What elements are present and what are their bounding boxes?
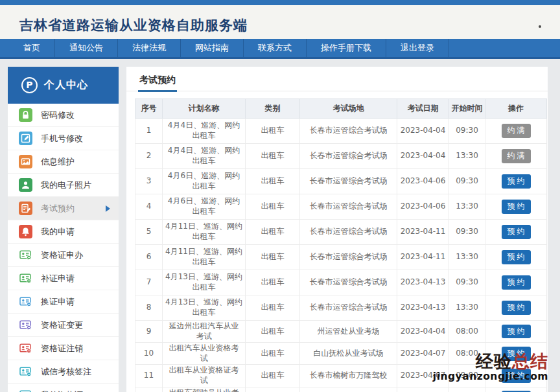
table-row: 14月4日、巡游、网约出租车出租车长春市运管综合考试场2023-04-0409:… [135, 119, 547, 144]
sidebar-item[interactable]: 手机号修改 [8, 127, 119, 150]
column-header: 考试场地 [300, 99, 397, 119]
sidebar-item[interactable]: 资格证申办 [8, 244, 119, 267]
row-number: 2 [135, 144, 163, 169]
plan-name: 4月11日、巡游、网约出租车 [163, 220, 246, 245]
sidebar-item-label: 换证申请 [41, 296, 75, 308]
exam-date: 2023-04-11 [397, 220, 449, 245]
sidebar-item-label: 信息维护 [41, 156, 75, 168]
id-card-icon [19, 388, 32, 392]
sidebar-item-label: 诚信考核签注 [41, 366, 91, 378]
book-button[interactable]: 预约 [502, 225, 531, 239]
row-number: 3 [135, 169, 163, 194]
sidebar-item[interactable]: 考试预约 [8, 197, 119, 220]
row-number: 7 [135, 270, 163, 295]
sidebar-item-label: 我的资格证 [41, 389, 83, 392]
action-cell: 约满 [485, 119, 547, 144]
exam-schedule-table: 序号计划名称类别考试场地考试日期开始时间操作 14月4日、巡游、网约出租车出租车… [135, 98, 547, 392]
exam-date: 2023-04-04 [397, 144, 449, 169]
category: 出租车 [246, 295, 300, 321]
row-number: 6 [135, 245, 163, 270]
table-row: 9延边州出租汽车从业考试出租车州运管处从业考场2023-04-0408:00预约 [135, 321, 547, 343]
start-time: 13:30 [449, 245, 485, 270]
table-row: 24月4日、巡游、网约出租车出租车长春市运管综合考试场2023-04-0413:… [135, 144, 547, 169]
action-cell: 预约 [485, 295, 547, 321]
row-number: 8 [135, 295, 163, 321]
exam-date: 2023-04-06 [397, 194, 449, 220]
column-header: 类别 [246, 99, 300, 119]
sidebar-item[interactable]: 我的资格证 [8, 384, 119, 392]
nav-item[interactable]: 操作手册下载 [307, 39, 386, 57]
venue: 州运管处从业考场 [300, 321, 397, 343]
column-header: 考试日期 [397, 99, 449, 119]
sidebar-item[interactable]: 换证申请 [8, 290, 119, 314]
exam-date: 2023-04-06 [397, 169, 449, 194]
plan-name: 延边州出租汽车从业考试 [163, 321, 246, 343]
category: 出租车 [246, 245, 300, 270]
id-card-icon [19, 318, 32, 332]
book-button[interactable]: 预约 [502, 250, 531, 264]
fully-booked-button[interactable]: 约满 [502, 124, 531, 138]
column-header: 计划名称 [163, 99, 246, 119]
venue: 长春市运管综合考试场 [300, 295, 397, 321]
exam-date: 2023-04-13 [397, 295, 449, 321]
category: 出租车 [246, 321, 300, 343]
sidebar-item[interactable]: 补证申请 [8, 267, 119, 290]
category: 出租车 [246, 194, 300, 220]
sidebar-item[interactable]: 密码修改 [8, 104, 119, 127]
plan-name: 4月13日、巡游、网约出租车 [163, 295, 246, 321]
tab-exam-booking[interactable]: 考试预约 [138, 75, 177, 92]
book-button[interactable]: 预约 [502, 325, 531, 339]
book-button[interactable]: 预约 [502, 275, 531, 290]
page-title: 吉林省道路运输从业资格自助服务端 [19, 16, 248, 34]
sidebar-item-label: 密码修改 [41, 110, 75, 121]
nav-item[interactable]: 退出登录 [386, 39, 449, 57]
table-row: 44月6日、巡游、网约出租车出租车长春市运管综合考试场2023-04-0613:… [135, 194, 547, 220]
venue: 九台区万兴从业考试场 [300, 387, 397, 392]
start-time: 09:30 [449, 169, 485, 194]
plan-name: 出租车从业资格证考试 [163, 365, 246, 387]
plan-name: 4月4日、巡游、网约出租车 [163, 144, 246, 169]
category: 出租车 [246, 270, 300, 295]
book-button[interactable]: 预约 [502, 301, 531, 315]
exam-date: 2023-04-04 [397, 119, 449, 144]
exam-table-wrap: 序号计划名称类别考试场地考试日期开始时间操作 14月4日、巡游、网约出租车出租车… [135, 98, 548, 392]
nav-item[interactable]: 首页 [9, 39, 55, 57]
table-row: 34月6日、巡游、网约出租车出租车长春市运管综合考试场2023-04-0609:… [135, 169, 547, 194]
action-cell: 预约 [485, 220, 547, 245]
start-time: 09:30 [449, 270, 485, 295]
bell-icon [19, 225, 32, 238]
sidebar-item[interactable]: 资格证变更 [8, 314, 119, 337]
sidebar-item[interactable]: 信息维护 [8, 150, 119, 174]
row-number: 4 [135, 194, 163, 220]
fully-booked-button[interactable]: 约满 [502, 149, 531, 163]
table-header-row: 序号计划名称类别考试场地考试日期开始时间操作 [135, 99, 547, 119]
row-number: 12 [135, 387, 163, 392]
book-button[interactable]: 预约 [502, 200, 531, 214]
start-time: 13:30 [449, 144, 485, 169]
sidebar-item[interactable]: 我的申请 [8, 220, 119, 244]
plan-name: 4月13日、巡游、网约出租车 [163, 270, 246, 295]
row-number: 5 [135, 220, 163, 245]
id-card-icon [19, 295, 32, 308]
sidebar-header: P 个人中心 [8, 67, 119, 104]
plan-name: 4月4日、巡游、网约出租车 [163, 119, 246, 144]
nav-item[interactable]: 法律法规 [118, 39, 181, 57]
book-button[interactable]: 预约 [502, 174, 531, 189]
nav-item[interactable]: 网站指南 [181, 39, 244, 57]
sidebar-item[interactable]: 资格证注销 [8, 337, 119, 360]
plan-name: 4月11日、巡游、网约出租车 [163, 245, 246, 270]
action-cell: 预约 [485, 387, 547, 392]
sidebar: P 个人中心 密码修改手机号修改信息维护我的电子照片考试预约我的申请资格证申办补… [8, 67, 119, 392]
table-row: 74月13日、巡游、网约出租车出租车长春市运管综合考试场2023-04-1309… [135, 270, 547, 295]
sidebar-item[interactable]: 我的电子照片 [8, 174, 119, 197]
sidebar-item-label: 我的电子照片 [41, 179, 91, 191]
nav-item[interactable]: 联系方式 [244, 39, 307, 57]
action-cell: 预约 [485, 321, 547, 343]
column-header: 操作 [485, 99, 547, 119]
column-header: 开始时间 [449, 99, 485, 119]
nav-item[interactable]: 通知公告 [55, 39, 118, 57]
sidebar-item[interactable]: 诚信考核签注 [8, 360, 119, 384]
sidebar-title: 个人中心 [44, 78, 88, 92]
start-time: 13:30 [449, 194, 485, 220]
venue: 长春市运管综合考试场 [300, 144, 397, 169]
